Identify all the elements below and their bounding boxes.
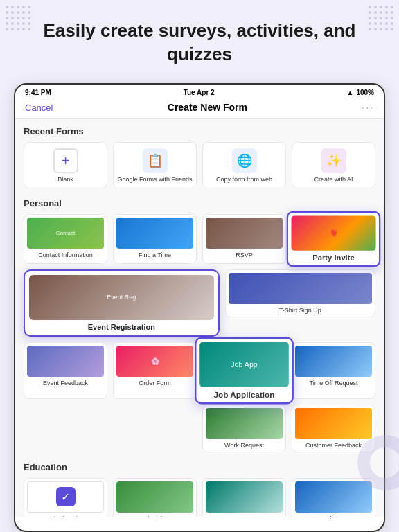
find-time-thumb <box>116 218 193 249</box>
template-copy-web[interactable]: 🌐 Copy form from web <box>202 142 286 188</box>
template-worksheet[interactable]: Worksheet <box>292 478 375 517</box>
template-timeoff[interactable]: Time Off Request <box>292 342 375 399</box>
status-right: ▲ 100% <box>347 89 374 96</box>
template-contact[interactable]: Contact Contact Information <box>24 214 107 264</box>
contact-thumb: Contact <box>27 218 104 249</box>
ai-icon: ✨ <box>321 148 346 173</box>
recent-forms-grid: + Blank 📋 Google Forms with Friends 🌐 Co… <box>24 142 375 188</box>
assessment-label: Assessment <box>206 515 283 517</box>
template-exit-ticket[interactable]: Exit Ticket <box>113 478 197 517</box>
quiz-check-icon: ✓ <box>56 487 76 506</box>
customer-feedback-thumb <box>295 408 372 439</box>
exit-ticket-thumb <box>116 481 193 513</box>
copy-web-icon: 🌐 <box>232 148 257 173</box>
battery-pct: 100% <box>356 89 374 96</box>
event-reg-label: Event Registration <box>29 323 214 331</box>
assessment-thumb <box>206 481 283 513</box>
customer-feedback-label: Customer Feedback <box>295 442 372 449</box>
template-event-feedback[interactable]: Event Feedback <box>24 342 107 399</box>
party-label: Party Invite <box>291 254 375 262</box>
personal-section-title: Personal <box>24 198 375 209</box>
event-feedback-label: Event Feedback <box>27 380 104 387</box>
work-req-label: Work Request <box>206 442 283 449</box>
job-app-thumb: Job App <box>200 342 289 387</box>
google-forms-icon: 📋 <box>143 148 168 173</box>
hero-title: Easily create surveys, activities, and q… <box>28 19 371 66</box>
find-time-label: Find a Time <box>116 251 193 258</box>
recent-section-title: Recent Forms <box>24 126 375 136</box>
wifi-icon: ▲ <box>347 89 354 96</box>
worksheet-label: Worksheet <box>295 515 372 517</box>
party-thumb: 🎈 <box>291 215 375 250</box>
copy-web-label: Copy form from web <box>206 176 283 184</box>
tablet-frame: 9:41 PM Tue Apr 2 ▲ 100% Cancel Create N… <box>14 83 385 532</box>
nav-bar: Cancel Create New Form ··· <box>15 99 384 119</box>
hero-section: Easily create surveys, activities, and q… <box>0 0 399 78</box>
template-rsvp[interactable]: RSVP <box>202 214 286 264</box>
rsvp-label: RSVP <box>206 251 283 258</box>
contact-label: Contact Information <box>27 251 104 258</box>
template-order-form[interactable]: 🌸 Order Form <box>113 342 197 399</box>
template-party-invite[interactable]: 🎈 Party Invite <box>287 211 381 267</box>
status-bar: 9:41 PM Tue Apr 2 ▲ 100% <box>15 85 384 99</box>
template-work-req[interactable]: Work Request <box>202 405 286 452</box>
event-feedback-thumb <box>27 346 104 377</box>
template-blank[interactable]: + Blank <box>24 142 107 188</box>
order-form-thumb: 🌸 <box>116 346 193 377</box>
template-event-reg[interactable]: Event Reg Event Registration <box>24 269 220 337</box>
cancel-button[interactable]: Cancel <box>25 103 53 113</box>
google-forms-label: Google Forms with Friends <box>116 176 193 184</box>
more-options-button[interactable]: ··· <box>362 102 374 113</box>
rsvp-thumb <box>206 218 283 249</box>
status-time: 9:41 PM <box>25 89 51 96</box>
timeoff-thumb <box>295 346 372 377</box>
template-google-forms[interactable]: 📋 Google Forms with Friends <box>113 142 197 188</box>
template-blank-quiz[interactable]: ✓ Blank Quiz <box>24 478 107 517</box>
template-ai[interactable]: ✨ Create with AI <box>292 142 375 188</box>
exit-ticket-label: Exit Ticket <box>116 515 193 517</box>
job-app-label: Job Application <box>200 390 289 399</box>
education-section-title: Education <box>24 462 375 472</box>
nav-title: Create New Form <box>168 102 247 113</box>
blank-quiz-label: Blank Quiz <box>27 515 104 517</box>
order-form-label: Order Form <box>116 380 193 387</box>
status-day: Tue Apr 2 <box>184 89 215 96</box>
template-job-app[interactable]: Job App Job Application <box>195 337 294 404</box>
shirt-thumb <box>229 273 372 304</box>
blank-icon: + <box>53 148 78 173</box>
blank-label: Blank <box>27 176 104 184</box>
blank-quiz-thumb: ✓ <box>27 481 104 513</box>
shirt-label: T-Shirt Sign Up <box>229 307 372 314</box>
template-shirt[interactable]: T-Shirt Sign Up <box>225 269 375 317</box>
ai-label: Create with AI <box>295 176 372 184</box>
timeoff-label: Time Off Request <box>295 380 372 387</box>
worksheet-thumb <box>295 481 372 513</box>
content-area: Recent Forms + Blank 📋 Google Forms with… <box>15 119 384 517</box>
work-req-thumb <box>206 408 283 439</box>
template-find-time[interactable]: Find a Time <box>113 214 197 264</box>
template-assessment[interactable]: Assessment <box>202 478 286 517</box>
